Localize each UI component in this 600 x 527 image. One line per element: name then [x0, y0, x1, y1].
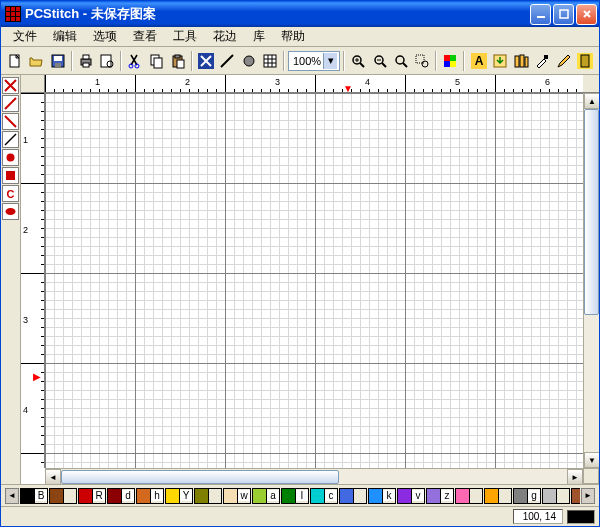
import-button[interactable]: [490, 50, 510, 72]
svg-point-35: [422, 61, 428, 67]
zoom-combobox[interactable]: 100% ▾: [288, 51, 340, 71]
palette-swatch[interactable]: B: [20, 488, 48, 504]
grid-button[interactable]: [260, 50, 280, 72]
scroll-right-button[interactable]: ►: [567, 469, 583, 484]
svg-rect-7: [6, 17, 10, 21]
palette-swatch[interactable]: [339, 488, 367, 504]
save-button[interactable]: [48, 50, 68, 72]
backstitch-tool[interactable]: [2, 131, 19, 148]
close-button[interactable]: [576, 4, 597, 25]
palette-swatch[interactable]: v: [397, 488, 425, 504]
quarter-tool[interactable]: [2, 113, 19, 130]
separator: [343, 51, 345, 71]
stitch-grid[interactable]: [45, 93, 583, 468]
palette-swatch[interactable]: h: [136, 488, 164, 504]
app-window: PCStitch - 未保存图案 文件 编辑 选项 查看 工具 花边 库 帮助: [0, 0, 600, 527]
svg-rect-27: [177, 60, 184, 68]
chevron-down-icon: ▾: [323, 53, 337, 69]
zoom-in-button[interactable]: [348, 50, 368, 72]
palette-swatch[interactable]: k: [368, 488, 396, 504]
vertical-scrollbar[interactable]: ▲ ▼: [583, 93, 599, 468]
minimize-button[interactable]: [530, 4, 551, 25]
palette-swatch[interactable]: [484, 488, 512, 504]
paste-button[interactable]: [168, 50, 188, 72]
svg-rect-30: [264, 55, 276, 67]
svg-rect-26: [175, 55, 180, 58]
menu-edit[interactable]: 编辑: [45, 26, 85, 47]
half-cross-tool[interactable]: [2, 95, 19, 112]
maximize-button[interactable]: [553, 4, 574, 25]
palette-swatch[interactable]: g: [513, 488, 541, 504]
separator: [191, 51, 193, 71]
horizontal-scrollbar[interactable]: ◄ ►: [45, 468, 583, 484]
cross-stitch-button[interactable]: [196, 50, 216, 72]
scroll-thumb-h[interactable]: [61, 470, 339, 484]
cut-button[interactable]: [125, 50, 145, 72]
scroll-thumb-v[interactable]: [584, 109, 599, 315]
separator: [283, 51, 285, 71]
menu-view[interactable]: 查看: [125, 26, 165, 47]
palette-swatch[interactable]: z: [426, 488, 454, 504]
new-button[interactable]: [5, 50, 25, 72]
zoom-out-button[interactable]: [369, 50, 389, 72]
highlight-button[interactable]: [575, 50, 595, 72]
palette-swatch[interactable]: s: [571, 488, 580, 504]
svg-rect-6: [16, 12, 20, 16]
app-icon: [5, 6, 21, 22]
square-tool[interactable]: [2, 167, 19, 184]
palette-prev-button[interactable]: ◄: [5, 488, 19, 504]
canvas-viewport[interactable]: [45, 93, 583, 468]
palette-swatch[interactable]: d: [107, 488, 135, 504]
palette-swatch[interactable]: [542, 488, 570, 504]
pencil-button[interactable]: [553, 50, 573, 72]
palette-swatch[interactable]: R: [78, 488, 106, 504]
left-toolbox: C: [1, 75, 21, 484]
french-knot-tool[interactable]: [2, 149, 19, 166]
menu-help[interactable]: 帮助: [273, 26, 313, 47]
palette-swatch[interactable]: w: [223, 488, 251, 504]
menu-library[interactable]: 库: [245, 26, 273, 47]
cursor-coordinates: 100, 14: [513, 509, 563, 524]
palette-swatch[interactable]: [194, 488, 222, 504]
horizontal-ruler[interactable]: 123456▼: [45, 75, 583, 93]
palette-next-button[interactable]: ►: [581, 488, 595, 504]
bead-button[interactable]: [239, 50, 259, 72]
library-button[interactable]: [511, 50, 531, 72]
palette-swatch[interactable]: I: [281, 488, 309, 504]
svg-rect-45: [525, 57, 528, 67]
zoom-area-button[interactable]: [412, 50, 432, 72]
print-button[interactable]: [76, 50, 96, 72]
vertical-ruler[interactable]: 1234▶: [21, 93, 45, 468]
copy-button[interactable]: [147, 50, 167, 72]
print-preview-button[interactable]: [97, 50, 117, 72]
svg-rect-1: [6, 7, 10, 11]
menu-options[interactable]: 选项: [85, 26, 125, 47]
palette-swatch[interactable]: Y: [165, 488, 193, 504]
palette-swatch[interactable]: [49, 488, 77, 504]
svg-rect-17: [83, 55, 89, 59]
statusbar: 100, 14: [1, 506, 599, 526]
svg-text:C: C: [7, 188, 15, 200]
current-color-swatch[interactable]: [567, 510, 595, 524]
letter-c-tool[interactable]: C: [2, 185, 19, 202]
full-cross-tool[interactable]: [2, 77, 19, 94]
zoom-fit-button[interactable]: [391, 50, 411, 72]
oval-tool[interactable]: [2, 203, 19, 220]
svg-rect-2: [11, 7, 15, 11]
menu-tools[interactable]: 工具: [165, 26, 205, 47]
main-toolbar: 100% ▾ A: [1, 47, 599, 75]
menu-file[interactable]: 文件: [5, 26, 45, 47]
menu-lace[interactable]: 花边: [205, 26, 245, 47]
palette-swatch[interactable]: c: [310, 488, 338, 504]
text-button[interactable]: A: [468, 50, 488, 72]
palette-button[interactable]: [440, 50, 460, 72]
titlebar[interactable]: PCStitch - 未保存图案: [1, 1, 599, 27]
palette-swatch[interactable]: a: [252, 488, 280, 504]
backstitch-button[interactable]: [217, 50, 237, 72]
palette-swatch[interactable]: [455, 488, 483, 504]
scroll-left-button[interactable]: ◄: [45, 469, 61, 484]
eyedropper-button[interactable]: [532, 50, 552, 72]
open-button[interactable]: [26, 50, 46, 72]
scroll-up-button[interactable]: ▲: [584, 93, 599, 109]
scroll-down-button[interactable]: ▼: [584, 452, 599, 468]
